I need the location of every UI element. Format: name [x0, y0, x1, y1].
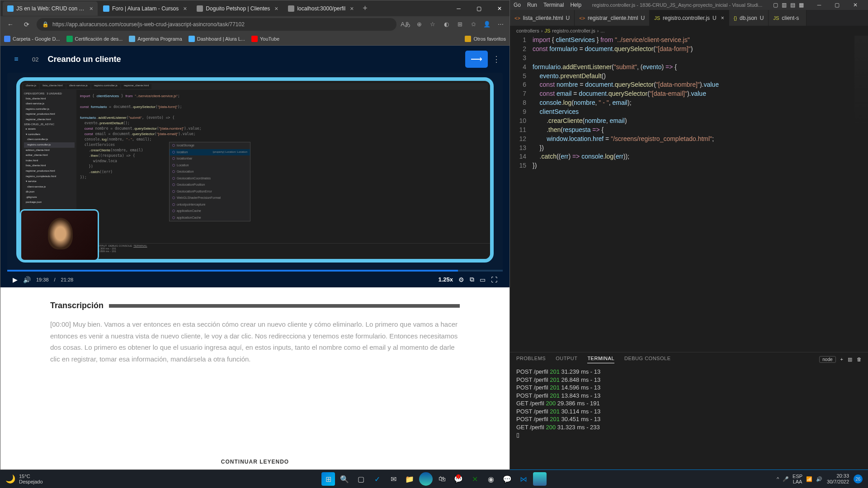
extension-icon[interactable]: ◐	[441, 19, 452, 30]
menu-item[interactable]: Terminal	[543, 2, 564, 8]
new-tab-button[interactable]: +	[359, 4, 371, 13]
bookmark-item[interactable]: YouTube	[251, 36, 279, 42]
tab-close-icon[interactable]: ×	[90, 5, 93, 12]
vscode-icon[interactable]: ⋈	[517, 472, 530, 486]
vs-editor[interactable]: 123456789101112131415 import { clientSer…	[510, 36, 868, 352]
refresh-button[interactable]: ⟳	[20, 18, 33, 31]
browser-tab[interactable]: Foro | Alura Latam - Cursos×	[99, 1, 191, 16]
code-line: })	[533, 161, 868, 170]
browser-tab[interactable]: JS en la Web: CRUD con Jav×	[3, 1, 98, 16]
editor-tab[interactable]: JSclient-s	[769, 10, 807, 26]
minimize-button[interactable]: ─	[448, 0, 469, 16]
edge-icon[interactable]	[419, 472, 433, 486]
favorites-star-icon[interactable]: ✩	[468, 19, 479, 30]
vs-menubar: GoRunTerminalHelp registro.controller.js…	[510, 0, 868, 10]
vs-maximize[interactable]: ▢	[828, 2, 846, 8]
panel-tab[interactable]: DEBUG CONSOLE	[624, 356, 670, 363]
menu-item[interactable]: Run	[527, 2, 537, 8]
trash-icon[interactable]: 🗑	[857, 357, 862, 362]
settings-icon[interactable]: ⚙	[458, 276, 464, 283]
translate-icon[interactable]: ⊕	[414, 19, 425, 30]
task-view-icon[interactable]: ▢	[354, 472, 368, 486]
url-input[interactable]: 🔒 https://app.aluracursos.com/course/js-…	[37, 18, 396, 31]
bookmarks-bar: Carpeta - Google D...Certificación de de…	[0, 32, 509, 46]
minimap[interactable]	[854, 36, 868, 126]
next-lesson-button[interactable]: ⟶	[465, 51, 488, 68]
start-button[interactable]: ⊞	[321, 472, 335, 486]
autocomplete-item: ⬡GeolocationPosition	[170, 182, 250, 188]
whatsapp-icon[interactable]: 💬1	[452, 472, 465, 486]
clock[interactable]: 20:33 30/7/2022	[827, 473, 849, 485]
pip-icon[interactable]: ⧉	[470, 276, 474, 283]
bookmark-item[interactable]: Argentina Programa	[129, 36, 182, 42]
close-window-button[interactable]: ✕	[489, 0, 509, 16]
explorer-icon[interactable]: 📁	[403, 472, 416, 486]
steam-icon[interactable]: ◉	[484, 472, 498, 486]
tab-close-icon[interactable]: ×	[350, 5, 354, 12]
mail-icon[interactable]: ✉	[387, 472, 400, 486]
vs-minimize[interactable]: ─	[810, 2, 828, 8]
volume-button[interactable]: 🔊	[23, 276, 31, 283]
editor-tab[interactable]: {}db.jsonU	[729, 10, 769, 26]
bookmark-item[interactable]: Certificación de des...	[66, 36, 123, 42]
autocomplete-item: ⬡GeolocationCoordinates	[170, 175, 250, 182]
theater-icon[interactable]: ▭	[480, 276, 486, 283]
app-icon[interactable]	[533, 472, 547, 486]
vs-breadcrumb[interactable]: controllers› JS registro.controller.js› …	[510, 26, 868, 36]
notifications-badge[interactable]: 26	[854, 474, 863, 483]
playback-speed[interactable]: 1.25x	[438, 276, 453, 283]
menu-icon[interactable]: ≡	[9, 52, 23, 66]
terminal-output[interactable]: POST /perfil 201 31.239 ms - 13POST /per…	[510, 366, 868, 469]
fullscreen-icon[interactable]: ⛶	[491, 276, 497, 283]
search-icon[interactable]: 🔍	[338, 472, 351, 486]
terminal-shell-badge[interactable]: node	[819, 356, 835, 363]
continue-reading-button[interactable]: CONTINUAR LEYENDO	[221, 459, 289, 465]
menu-item[interactable]: Go	[514, 2, 521, 8]
tab-close-icon[interactable]: ×	[274, 5, 278, 12]
vs-close[interactable]: ✕	[846, 2, 864, 8]
code-area[interactable]: import { clientServices } from "../servi…	[533, 36, 868, 352]
panel-tab[interactable]: OUTPUT	[556, 356, 577, 363]
other-bookmarks[interactable]: Otros favoritos	[465, 36, 506, 42]
more-icon[interactable]: ⋯	[495, 19, 506, 30]
new-terminal-icon[interactable]: +	[840, 357, 843, 362]
browser-tab[interactable]: localhost:3000/perfil×	[283, 1, 358, 16]
tray-chevron-icon[interactable]: ^	[777, 476, 779, 482]
tab-close-icon[interactable]: ×	[183, 5, 187, 12]
layout-icon[interactable]: ▦	[799, 2, 804, 8]
collections-icon[interactable]: ⊞	[454, 19, 465, 30]
editor-tab[interactable]: JSregistro.controller.jsU×	[650, 10, 729, 26]
panel-tab[interactable]: TERMINAL	[587, 356, 614, 363]
read-aloud-icon[interactable]: Aあ	[400, 19, 411, 30]
favorite-icon[interactable]: ☆	[427, 19, 438, 30]
mic-icon[interactable]: 🎤	[783, 476, 789, 482]
weather-widget[interactable]: 🌙 15°C Despejado	[5, 474, 43, 484]
split-terminal-icon[interactable]: ▥	[848, 357, 852, 362]
back-button[interactable]: ←	[4, 18, 17, 31]
layout-icon[interactable]: ▤	[790, 2, 795, 8]
lesson-menu-icon[interactable]: ⋮	[492, 54, 500, 64]
browser-tab[interactable]: Doguito Petshop | Clientes×	[192, 1, 283, 16]
transcript-heading: Transcripción	[50, 301, 460, 310]
autocomplete-item: ⬡applicationCache	[170, 208, 250, 215]
discord-icon[interactable]: 💬	[500, 472, 514, 486]
bookmark-item[interactable]: Dashboard | Alura L...	[189, 36, 245, 42]
vf-tab: cliente.js	[23, 84, 39, 89]
panel-tab[interactable]: PROBLEMS	[516, 356, 546, 363]
layout-icon[interactable]: ▥	[782, 2, 787, 8]
wifi-icon[interactable]: 📶	[806, 476, 812, 482]
maximize-button[interactable]: ▢	[469, 0, 489, 16]
time-current: 19:38	[36, 277, 49, 282]
layout-icon[interactable]: ▢	[773, 2, 778, 8]
store-icon[interactable]: 🛍	[435, 472, 449, 486]
menu-item[interactable]: Help	[570, 2, 581, 8]
todo-icon[interactable]: ✓	[370, 472, 384, 486]
editor-tab[interactable]: <>lista_cliente.htmlU	[510, 10, 575, 26]
tab-close-icon[interactable]: ×	[721, 15, 724, 21]
bookmark-item[interactable]: Carpeta - Google D...	[4, 36, 60, 42]
xbox-icon[interactable]: ✕	[468, 472, 481, 486]
editor-tab[interactable]: <>registrar_cliente.htmlU	[575, 10, 650, 26]
profile-icon[interactable]: 👤	[481, 19, 492, 30]
play-button[interactable]: ▶	[13, 276, 18, 283]
volume-icon[interactable]: 🔊	[816, 476, 822, 482]
